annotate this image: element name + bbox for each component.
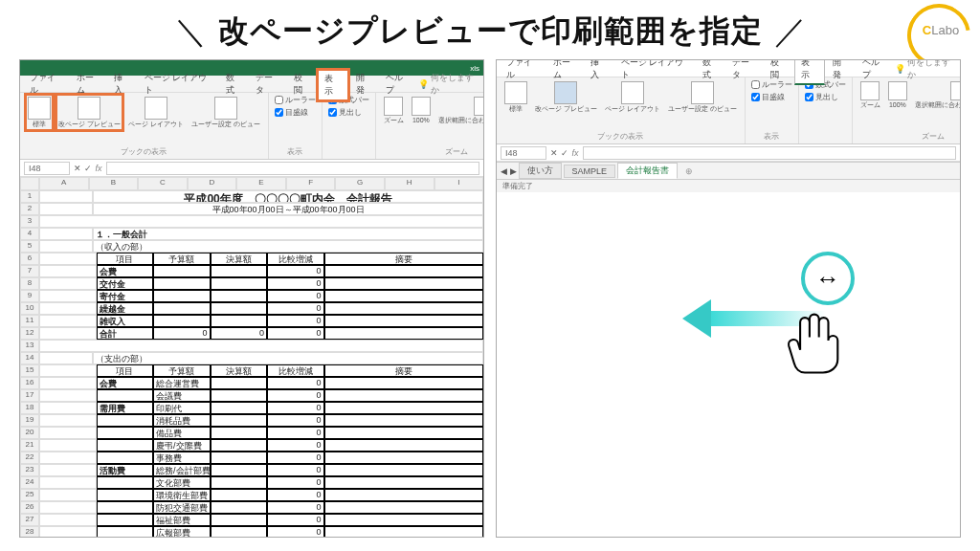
page-title: 改ページプレビューで印刷範囲を指定 bbox=[218, 11, 763, 53]
slash-right: ／ bbox=[774, 10, 807, 54]
hand-cursor-icon bbox=[778, 309, 845, 376]
group-views-label: ブックの表示 bbox=[26, 146, 262, 157]
zoom-button[interactable]: ズーム bbox=[382, 95, 406, 126]
sheet-tab-1-r[interactable]: SAMPLE bbox=[564, 165, 616, 178]
view-normal-button-r[interactable]: 標準 bbox=[502, 79, 529, 115]
view-custom-button[interactable]: ユーザー設定 のビュー bbox=[189, 95, 262, 130]
formula-input[interactable] bbox=[106, 162, 479, 175]
resize-handle-icon: ↔ bbox=[801, 252, 855, 305]
chk-headings-r[interactable]: 見出し bbox=[805, 92, 846, 102]
chk-ruler[interactable]: ルーラー bbox=[275, 95, 316, 105]
formula-input-r[interactable] bbox=[583, 146, 956, 160]
screenshot-left: xls ファイル ホーム 挿入 ページ レイアウト 数式 データ 校閲 表示 開… bbox=[19, 59, 484, 538]
drag-arrow-icon bbox=[682, 299, 826, 338]
ribbon: 標準 改ページ プレビュー ページ レイアウト ユーザー設定 のビュー ブックの… bbox=[20, 93, 483, 160]
zoomsel-r[interactable]: 選択範囲に合わせて 拡大/縮小 bbox=[913, 79, 961, 111]
view-pagebreak-button[interactable]: 改ページ プレビュー bbox=[56, 95, 122, 130]
fx-icon: ✕ ✓ bbox=[74, 164, 92, 173]
sheet-tab-2-r[interactable]: 会計報告書 bbox=[617, 163, 678, 179]
group-show-label: 表示 bbox=[275, 146, 316, 157]
chk-headings[interactable]: 見出し bbox=[328, 107, 369, 118]
ribbon-r: 標準 改ページ プレビュー ページ レイアウト ユーザー設定 のビュー ブックの… bbox=[497, 77, 960, 144]
view-pagelayout-button[interactable]: ページ レイアウト bbox=[126, 95, 186, 130]
chk-gridlines[interactable]: 目盛線 bbox=[275, 107, 316, 118]
zoom100-r[interactable]: 100% bbox=[886, 79, 909, 111]
tab-nav-r[interactable]: ◀ ▶ bbox=[501, 166, 517, 176]
menu-view[interactable]: 表示 bbox=[318, 70, 347, 100]
fx-label: fx bbox=[92, 164, 106, 173]
zoom-100-button[interactable]: 100% bbox=[410, 95, 433, 126]
chk-gridlines-r[interactable]: 目盛線 bbox=[751, 92, 792, 102]
new-sheet-r[interactable]: ⊕ bbox=[679, 166, 699, 176]
menubar-r: ファイル ホーム 挿入 ページ レイアウト 数式 データ 校閲 表示 開発 ヘル… bbox=[497, 60, 960, 77]
chk-ruler-r[interactable]: ルーラー bbox=[751, 79, 792, 90]
worksheet[interactable]: ABCDEFGHI 1平成00年度 〇〇〇〇町内会 会計報告2平成00年00月0… bbox=[20, 177, 483, 538]
view-pagebreak-button-r[interactable]: 改ページ プレビュー bbox=[533, 79, 599, 115]
group-zoom-label: ズーム bbox=[382, 146, 484, 157]
view-pagelayout-button-r[interactable]: ページ レイアウト bbox=[603, 79, 662, 115]
formula-bar: I48 ✕ ✓ fx bbox=[20, 160, 483, 177]
menubar: ファイル ホーム 挿入 ページ レイアウト 数式 データ 校閲 表示 開発 ヘル… bbox=[20, 76, 483, 93]
zoom-r[interactable]: ズーム bbox=[858, 79, 882, 111]
view-normal-button[interactable]: 標準 bbox=[26, 95, 53, 130]
view-custom-button-r[interactable]: ユーザー設定 のビュー bbox=[666, 79, 739, 115]
screenshot-right: ファイル ホーム 挿入 ページ レイアウト 数式 データ 校閲 表示 開発 ヘル… bbox=[496, 59, 961, 538]
name-box-r[interactable]: I48 bbox=[501, 146, 546, 160]
name-box[interactable]: I48 bbox=[24, 162, 70, 175]
zoom-selection-button[interactable]: 選択範囲に合わせて 拡大/縮小 bbox=[436, 95, 484, 126]
menu-view-r[interactable]: 表示 bbox=[794, 59, 824, 85]
sheet-tab-0-r[interactable]: 使い方 bbox=[519, 163, 562, 179]
slash-left: ＼ bbox=[174, 10, 207, 54]
